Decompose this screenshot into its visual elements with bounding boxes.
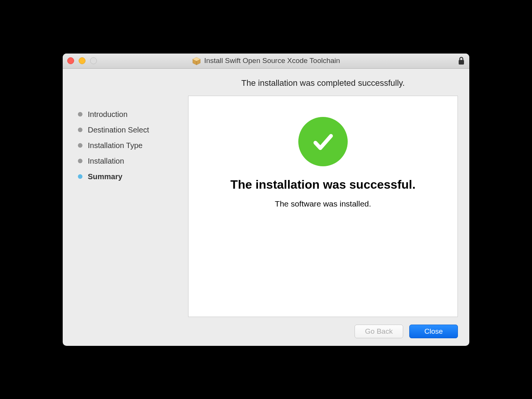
package-icon: [192, 56, 201, 65]
minimize-window-button[interactable]: [79, 57, 86, 64]
close-window-button[interactable]: [67, 57, 74, 64]
button-row: Go Back Close: [188, 317, 458, 338]
bullet-icon: [78, 112, 82, 117]
svg-rect-0: [459, 60, 464, 65]
bullet-icon: [78, 159, 82, 163]
main-area: Introduction Destination Select Installa…: [74, 69, 458, 338]
title-center: Install Swift Open Source Xcode Toolchai…: [192, 56, 340, 65]
header-text: The installation was completed successfu…: [188, 69, 458, 96]
success-subtitle: The software was installed.: [275, 199, 371, 208]
lock-icon[interactable]: [458, 57, 465, 65]
zoom-window-button: [90, 57, 97, 64]
sidebar-item-introduction: Introduction: [78, 107, 188, 122]
installer-window: Install Swift Open Source Xcode Toolchai…: [63, 54, 469, 346]
success-checkmark-icon: [298, 117, 348, 166]
sidebar: Introduction Destination Select Installa…: [74, 69, 188, 338]
sidebar-item-summary: Summary: [78, 169, 188, 185]
traffic-lights: [67, 57, 97, 64]
close-button[interactable]: Close: [409, 325, 458, 338]
sidebar-item-label: Destination Select: [88, 126, 149, 134]
bullet-icon: [78, 174, 82, 179]
go-back-button: Go Back: [355, 325, 403, 338]
content-area: Introduction Destination Select Installa…: [63, 69, 469, 346]
sidebar-item-label: Installation Type: [88, 141, 142, 150]
content-box: The installation was successful. The sof…: [188, 96, 458, 317]
bullet-icon: [78, 143, 82, 148]
sidebar-item-installation-type: Installation Type: [78, 138, 188, 153]
window-title: Install Swift Open Source Xcode Toolchai…: [204, 57, 340, 65]
right-panel: The installation was completed successfu…: [188, 69, 458, 338]
success-title: The installation was successful.: [230, 178, 415, 192]
sidebar-item-installation: Installation: [78, 153, 188, 169]
sidebar-item-label: Installation: [88, 157, 124, 166]
titlebar: Install Swift Open Source Xcode Toolchai…: [63, 54, 469, 69]
sidebar-item-label: Summary: [88, 172, 122, 181]
sidebar-item-label: Introduction: [88, 110, 128, 119]
sidebar-item-destination: Destination Select: [78, 122, 188, 138]
bullet-icon: [78, 128, 82, 132]
